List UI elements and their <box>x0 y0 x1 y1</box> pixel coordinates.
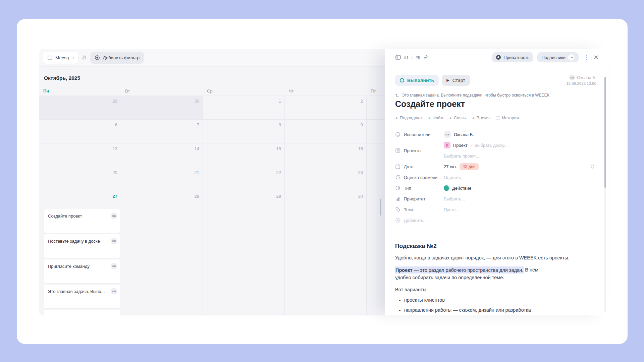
day-cell[interactable]: 3 <box>367 96 385 120</box>
type-action-icon <box>444 185 449 191</box>
add-file-label: Файл <box>432 115 443 120</box>
property-row-type: Тип Действие <box>395 183 595 193</box>
more-options-icon[interactable]: ⋮ <box>583 54 590 61</box>
assignees-label: Исполнители <box>404 132 430 137</box>
day-number: 29 <box>113 99 117 104</box>
weekday-label: Пн <box>39 88 121 94</box>
task-card[interactable]: Пригласите команду ОБ <box>44 259 120 283</box>
day-cell[interactable]: 23 <box>285 167 367 191</box>
estimate-label: Оценка времени <box>404 175 438 180</box>
plus-icon: + <box>395 115 398 121</box>
weekday-label: Вт <box>121 88 203 94</box>
task-card[interactable]: Создайте проект ОБ <box>44 209 120 233</box>
hint-paragraph: Удобно, когда в задачах царит порядок, —… <box>395 254 596 262</box>
calendar-scrollbar[interactable] <box>380 199 381 216</box>
parent-task-link[interactable]: Это главная задача. Выполните подзадачи,… <box>395 93 596 98</box>
add-property: Добавить... <box>395 218 444 223</box>
assignee-avatar: ОБ <box>111 288 117 295</box>
link-icon[interactable] <box>423 55 428 60</box>
panel-scrollbar-thumb[interactable] <box>604 77 606 188</box>
tags-value[interactable]: Пусто... <box>444 207 595 212</box>
project-avatar: п <box>444 142 450 148</box>
calendar-toolbar: Месяц › Добавить фильтр <box>43 52 144 64</box>
day-number: 23 <box>358 170 363 175</box>
add-subtask-button[interactable]: +Подзадача <box>395 115 422 121</box>
day-cell[interactable]: 9 <box>285 120 367 143</box>
filter-sliders-icon[interactable] <box>82 55 87 60</box>
start-timer-button[interactable]: ▶ Старт <box>442 75 470 86</box>
date-label: Дата <box>404 164 414 169</box>
hint-list: проекты клиентов направления работы — ск… <box>395 296 596 314</box>
property-row-priority: Приоритет Выбрать... <box>395 193 595 204</box>
add-time-label: Время <box>477 115 490 120</box>
day-number: 9 <box>361 122 363 127</box>
day-number: 20 <box>113 170 117 175</box>
board-icon <box>395 148 400 153</box>
type-value[interactable]: Действие <box>444 185 595 191</box>
day-cell[interactable]: 6 <box>39 120 121 143</box>
project-value[interactable]: п Проект › Выбрать доску... <box>444 140 595 150</box>
date-value[interactable]: 27 окт. 42 дня <box>444 163 595 170</box>
panel-toggle-icon[interactable] <box>395 54 401 60</box>
day-cell[interactable]: 24 <box>367 167 385 191</box>
day-cell[interactable]: 17 <box>367 143 385 167</box>
property-label: Тип <box>395 185 444 191</box>
hint-list-item: проекты клиентов <box>404 296 596 304</box>
author-avatar: ОБ <box>569 75 575 80</box>
property-row-projects: Проекты п Проект › Выбрать доску... Выбр… <box>395 140 595 161</box>
day-cell[interactable]: 30 <box>121 96 203 120</box>
author-meta: ОБ Оксана Б. 15.09.2025 13:50 <box>566 75 596 85</box>
property-row-date: Дата 27 окт. 42 дня <box>395 161 595 172</box>
close-icon[interactable]: × <box>594 53 598 61</box>
add-filter-button[interactable]: Добавить фильтр <box>90 52 144 64</box>
plus-icon: + <box>428 115 431 121</box>
day-cell[interactable]: 2 <box>285 96 367 120</box>
task-card[interactable]: Это главная задача. Выпо... ОБ <box>44 285 120 308</box>
assignee-name: Оксана Б. <box>454 132 474 137</box>
day-cell[interactable]: 16 <box>285 143 367 167</box>
day-cell[interactable]: 29 <box>39 96 121 120</box>
day-cell[interactable]: 10 <box>367 120 385 143</box>
task-card[interactable]: Поставьте задачу в доске ОБ <box>44 234 120 258</box>
add-link-button[interactable]: +Связь <box>449 115 466 121</box>
breadcrumb-parent[interactable]: #1 <box>404 55 409 60</box>
day-cell[interactable]: 1 <box>203 96 285 120</box>
day-cell[interactable]: 28 <box>121 191 203 315</box>
estimate-value[interactable]: Оценить... <box>444 175 595 180</box>
day-cell[interactable]: 21 <box>121 167 203 191</box>
day-number: 22 <box>276 170 281 175</box>
day-cell[interactable]: 29 <box>203 191 285 315</box>
task-card[interactable] <box>44 310 120 315</box>
property-row-add[interactable]: Добавить... <box>395 215 595 226</box>
type-name: Действие <box>452 186 471 191</box>
day-cell[interactable]: 15 <box>203 143 285 167</box>
view-switcher-button[interactable]: Месяц › <box>43 52 78 64</box>
board-placeholder[interactable]: Выбрать доску... <box>474 143 507 148</box>
day-cell[interactable]: 14 <box>121 143 203 167</box>
add-file-button[interactable]: +Файл <box>428 115 443 121</box>
day-cell[interactable]: 7 <box>121 120 203 143</box>
day-cell[interactable]: 8 <box>203 120 285 143</box>
day-cell[interactable]: 13 <box>39 143 121 167</box>
followers-button[interactable]: Подписчики ОБ <box>537 52 579 62</box>
day-cell[interactable]: 22 <box>203 167 285 191</box>
priority-value[interactable]: Выбрать... <box>444 196 595 201</box>
assignee-avatar: ОБ <box>444 131 451 138</box>
history-button[interactable]: История <box>496 115 519 120</box>
day-cell[interactable]: 20 <box>39 167 121 191</box>
repeat-icon[interactable] <box>590 164 595 169</box>
add-time-button[interactable]: +Время <box>472 115 490 121</box>
day-cell[interactable]: 30 <box>285 191 367 315</box>
breadcrumb-current[interactable]: #9 <box>416 55 420 60</box>
weekday-label: Пт <box>367 88 385 94</box>
add-link-label: Связь <box>454 115 466 120</box>
history-label: История <box>502 115 519 120</box>
add-subtask-label: Подзадача <box>400 115 422 120</box>
assignees-value[interactable]: ОБ Оксана Б. <box>444 131 595 138</box>
day-cell[interactable]: 31 <box>367 191 385 315</box>
parent-task-label: Это главная задача. Выполните подзадачи,… <box>402 93 550 98</box>
project-select[interactable]: Выбрать проект... <box>444 150 595 161</box>
privacy-button[interactable]: Приватность <box>492 52 533 62</box>
complete-button[interactable]: Выполнить <box>395 75 439 86</box>
day-cell-today[interactable]: 27 Создайте проект ОБ Поставьте задачу в… <box>39 191 121 315</box>
